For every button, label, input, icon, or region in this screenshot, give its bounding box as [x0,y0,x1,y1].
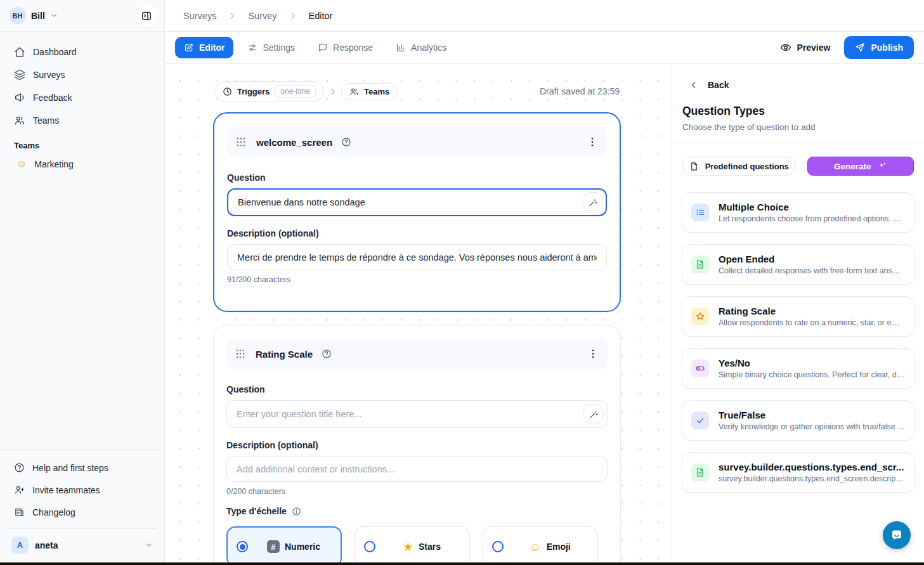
question-card-welcome-screen[interactable]: welcome_screen Question Description (opt… [213,112,621,312]
help-circle-icon[interactable] [341,137,351,147]
publish-button[interactable]: Publish [844,36,914,59]
kebab-menu-icon[interactable] [587,348,599,360]
file-text-icon [695,259,705,270]
question-label: Question [226,384,608,394]
type-description: Verify knowledge or gather opinions with… [719,422,906,431]
help-circle-icon[interactable] [322,349,332,359]
drag-handle-icon[interactable] [234,347,247,360]
footer-item-label: Changelog [32,507,75,517]
info-icon[interactable] [292,507,301,516]
chat-smile-icon [889,528,904,543]
list-icon [695,207,705,218]
scale-option-stars[interactable]: ★ Stars [355,526,470,565]
radio-unselected[interactable] [492,541,504,552]
scale-option-numeric[interactable]: # Numeric [226,526,342,565]
chevron-left-icon [689,81,698,89]
team-label: Marketing [34,159,73,169]
chat-bubble-icon [318,42,328,53]
sidebar-item-label: Feedback [33,93,72,103]
sidebar-item-surveys[interactable]: Surveys [8,63,157,86]
sidebar-collapse-button[interactable] [136,6,157,26]
question-card-rating-scale[interactable]: Rating Scale Question Description (optio… [213,325,621,565]
scale-option-emoji[interactable]: ☺ Emoji [483,526,598,565]
sidebar-item-marketing[interactable]: ☺ Marketing [8,154,157,174]
changelog-icon [14,507,25,517]
question-title-input[interactable] [226,400,608,428]
publish-label: Publish [871,42,903,53]
scale-option-label: Stars [419,542,441,552]
type-title: Multiple Choice [719,202,906,212]
smiley-emoji: ☺ [529,541,541,553]
type-card-true-false[interactable]: True/False Verify knowledge or gather op… [682,400,915,441]
sliders-icon [247,42,257,53]
edit-icon [184,42,194,53]
trigger-badge: one-time [275,85,316,98]
sidebar-item-changelog[interactable]: Changelog [8,501,157,523]
breadcrumb-survey[interactable]: Survey [248,11,277,21]
type-card-open-ended[interactable]: Open Ended Collect detailed responses wi… [682,244,915,285]
type-card-yes-no[interactable]: Yes/No Simple binary choice questions. P… [682,348,915,389]
account-avatar: A [11,536,29,554]
ai-rewrite-button[interactable] [582,192,603,213]
type-description: Collect detailed responses with free-for… [719,266,906,275]
sidebar-item-dashboard[interactable]: Dashboard [8,41,157,63]
file-icon [689,162,699,171]
sidebar-item-label: Teams [33,115,59,126]
tab-response[interactable]: Response [309,37,382,58]
scale-option-label: Numeric [285,542,320,552]
sidebar-item-feedback[interactable]: Feedback [8,86,157,109]
scale-type-label: Type d'échelle [226,506,608,516]
triggers-pill[interactable]: Triggers one-time [214,81,324,101]
teams-section-label: Teams [8,132,157,154]
check-icon [695,415,705,425]
type-card-multiple-choice[interactable]: Multiple Choice Let respondents choose f… [682,192,915,233]
radio-selected[interactable] [237,541,248,552]
type-card-rating-scale[interactable]: Rating Scale Allow respondents to rate o… [682,296,915,337]
drag-handle-icon[interactable] [235,136,247,148]
radio-unselected[interactable] [364,541,375,552]
question-description-input[interactable] [227,244,607,270]
question-title-input[interactable] [227,188,607,216]
predefined-questions-button[interactable]: Predefined questions [682,157,796,176]
footer-item-label: Invite teammates [32,485,100,495]
type-card-end-screen[interactable]: survey.builder.questions.types.end_scr..… [682,452,915,493]
breadcrumb: Surveys Survey Editor [165,0,924,32]
preview-button[interactable]: Preview [780,42,831,53]
kebab-menu-icon[interactable] [587,136,598,148]
tab-analytics[interactable]: Analytics [387,37,455,58]
question-card-title: welcome_screen [256,137,332,148]
editor-toolbar: Editor Settings Response Analytics Previ… [165,32,924,64]
chevron-right-icon [289,11,297,20]
technologist-emoji: ☺ [16,159,27,169]
back-button[interactable]: Back [672,64,924,90]
sidebar-item-teams[interactable]: Teams [8,109,157,132]
scale-type-options: # Numeric ★ Stars ☺ Emoji [226,526,608,565]
users-icon [349,87,359,96]
ai-rewrite-button[interactable] [583,404,604,425]
panel-subtitle: Choose the type of question to add [672,118,924,132]
tab-label: Analytics [411,42,446,53]
breadcrumb-surveys[interactable]: Surveys [183,11,216,21]
question-description-input[interactable] [226,456,608,482]
chat-launcher-button[interactable] [883,521,911,549]
generate-label: Generate [834,162,871,171]
star-emoji: ★ [403,541,413,553]
teams-pill[interactable]: Teams [341,83,398,100]
account-menu[interactable]: A aneta [8,528,157,562]
star-icon [695,311,705,321]
tab-editor[interactable]: Editor [175,37,233,58]
sidebar-item-label: Surveys [33,70,65,80]
user-plus-icon [14,484,25,495]
sidebar-item-help[interactable]: Help and first steps [8,457,157,479]
survey-editor-canvas: Triggers one-time Teams Draft saved at 2… [165,64,672,565]
scale-type-label-text: Type d'échelle [226,506,287,516]
file-text-icon [695,467,705,477]
hash-keycap-icon: # [267,540,280,553]
generate-button[interactable]: Generate [807,157,914,176]
type-title: Open Ended [719,254,906,264]
tab-settings[interactable]: Settings [238,37,304,58]
panel-actions: Predefined questions Generate [672,143,924,176]
sidebar-item-invite[interactable]: Invite teammates [8,479,157,501]
workspace-user-menu[interactable]: BH Bill [9,7,58,24]
sidebar-footer: Help and first steps Invite teammates Ch… [0,450,164,562]
